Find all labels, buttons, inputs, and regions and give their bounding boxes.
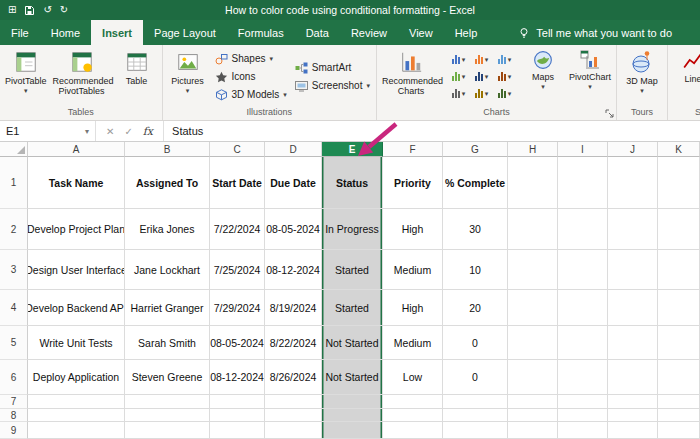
cell-J1[interactable] <box>608 157 658 209</box>
cell-B5[interactable]: Sarah Smith <box>125 326 210 360</box>
line-sparkline-button[interactable]: Line <box>671 47 700 106</box>
cell-E1[interactable]: Status <box>322 157 383 209</box>
cell-C8[interactable] <box>210 409 265 422</box>
cell-K1[interactable] <box>658 157 700 209</box>
cell-C5[interactable]: 08-05-2024 <box>210 326 265 360</box>
cell-A3[interactable]: Design User Interface <box>28 250 125 290</box>
pivottable-button[interactable]: PivotTable ▾ <box>3 47 49 106</box>
funnel-chart-button[interactable]: ▾ <box>493 85 516 102</box>
select-all-corner[interactable] <box>0 142 28 157</box>
cell-H4[interactable] <box>508 290 558 326</box>
cell-G2[interactable]: 30 <box>443 209 508 250</box>
cell-H5[interactable] <box>508 326 558 360</box>
cell-J9[interactable] <box>608 422 658 439</box>
cell-K5[interactable] <box>658 326 700 360</box>
name-box[interactable]: E1 ▾ <box>0 121 96 141</box>
cell-E4[interactable]: Started <box>322 290 383 326</box>
cell-I3[interactable] <box>558 250 608 290</box>
area-chart-button[interactable]: ▾ <box>470 68 493 85</box>
row-header-7[interactable]: 7 <box>0 395 28 409</box>
3d-models-button[interactable]: 3D Models ▾ <box>212 88 290 102</box>
cell-F9[interactable] <box>383 422 443 439</box>
cell-F2[interactable]: High <box>383 209 443 250</box>
cell-K3[interactable] <box>658 250 700 290</box>
cell-I8[interactable] <box>558 409 608 422</box>
combo-chart-button[interactable]: ▾ <box>470 85 493 102</box>
cell-F5[interactable]: Medium <box>383 326 443 360</box>
tab-formulas[interactable]: Formulas <box>227 20 295 45</box>
cell-G5[interactable]: 0 <box>443 326 508 360</box>
bar-chart-button[interactable]: ▾ <box>447 68 470 85</box>
cell-G9[interactable] <box>443 422 508 439</box>
enter-icon[interactable]: ✓ <box>124 126 132 137</box>
save-icon[interactable] <box>24 5 35 16</box>
cell-D3[interactable]: 08-12-2024 <box>265 250 322 290</box>
column-header-D[interactable]: D <box>265 142 322 157</box>
cell-C2[interactable]: 7/22/2024 <box>210 209 265 250</box>
cell-F4[interactable]: High <box>383 290 443 326</box>
cell-G8[interactable] <box>443 409 508 422</box>
cell-B2[interactable]: Erika Jones <box>125 209 210 250</box>
cell-K9[interactable] <box>658 422 700 439</box>
cell-E7[interactable] <box>322 395 383 409</box>
cell-B8[interactable] <box>125 409 210 422</box>
column-header-J[interactable]: J <box>608 142 658 157</box>
cell-B7[interactable] <box>125 395 210 409</box>
cell-H2[interactable] <box>508 209 558 250</box>
cell-H3[interactable] <box>508 250 558 290</box>
shapes-button[interactable]: Shapes ▾ <box>212 52 290 66</box>
cell-A7[interactable] <box>28 395 125 409</box>
cell-E3[interactable]: Started <box>322 250 383 290</box>
cell-C6[interactable]: 08-12-2024 <box>210 360 265 395</box>
column-header-A[interactable]: A <box>28 142 125 157</box>
cell-C3[interactable]: 7/25/2024 <box>210 250 265 290</box>
cell-J4[interactable] <box>608 290 658 326</box>
cell-B6[interactable]: Steven Greene <box>125 360 210 395</box>
tab-page-layout[interactable]: Page Layout <box>143 20 227 45</box>
column-header-H[interactable]: H <box>508 142 558 157</box>
recommended-pivottables-button[interactable]: Recommended PivotTables <box>51 47 113 106</box>
cancel-icon[interactable]: ✕ <box>106 126 114 137</box>
cell-E6[interactable]: Not Started <box>322 360 383 395</box>
cell-B4[interactable]: Harriet Granger <box>125 290 210 326</box>
cell-A9[interactable] <box>28 422 125 439</box>
row-header-8[interactable]: 8 <box>0 409 28 422</box>
row-header-6[interactable]: 6 <box>0 360 28 395</box>
cell-H9[interactable] <box>508 422 558 439</box>
line-chart-button[interactable]: ▾ <box>470 51 493 68</box>
cell-K7[interactable] <box>658 395 700 409</box>
cell-C4[interactable]: 7/29/2024 <box>210 290 265 326</box>
cell-H6[interactable] <box>508 360 558 395</box>
tab-view[interactable]: View <box>398 20 444 45</box>
row-header-3[interactable]: 3 <box>0 250 28 290</box>
cell-I4[interactable] <box>558 290 608 326</box>
cell-E2[interactable]: In Progress <box>322 209 383 250</box>
cell-D8[interactable] <box>265 409 322 422</box>
smartart-button[interactable]: SmartArt <box>292 61 373 75</box>
column-header-G[interactable]: G <box>443 142 508 157</box>
stock-chart-button[interactable]: ▾ <box>447 85 470 102</box>
cell-J8[interactable] <box>608 409 658 422</box>
cell-F1[interactable]: Priority <box>383 157 443 209</box>
cell-G1[interactable]: % Complete <box>443 157 508 209</box>
column-header-E[interactable]: E <box>322 142 383 157</box>
scatter-chart-button[interactable]: ▾ <box>493 68 516 85</box>
icons-button[interactable]: Icons <box>212 70 290 84</box>
column-header-K[interactable]: K <box>658 142 700 157</box>
cell-C7[interactable] <box>210 395 265 409</box>
cell-G7[interactable] <box>443 395 508 409</box>
cell-F8[interactable] <box>383 409 443 422</box>
cell-D4[interactable]: 8/19/2024 <box>265 290 322 326</box>
cell-E8[interactable] <box>322 409 383 422</box>
row-header-5[interactable]: 5 <box>0 326 28 360</box>
cell-I5[interactable] <box>558 326 608 360</box>
cell-I6[interactable] <box>558 360 608 395</box>
excel-app-icon[interactable]: ⊞ <box>8 5 16 15</box>
column-header-F[interactable]: F <box>383 142 443 157</box>
3d-map-button[interactable]: 3D Map ▾ <box>620 47 664 106</box>
pie-chart-button[interactable]: ▾ <box>493 51 516 68</box>
cell-D2[interactable]: 08-05-2024 <box>265 209 322 250</box>
cell-G4[interactable]: 20 <box>443 290 508 326</box>
column-header-I[interactable]: I <box>558 142 608 157</box>
cell-E9[interactable] <box>322 422 383 439</box>
